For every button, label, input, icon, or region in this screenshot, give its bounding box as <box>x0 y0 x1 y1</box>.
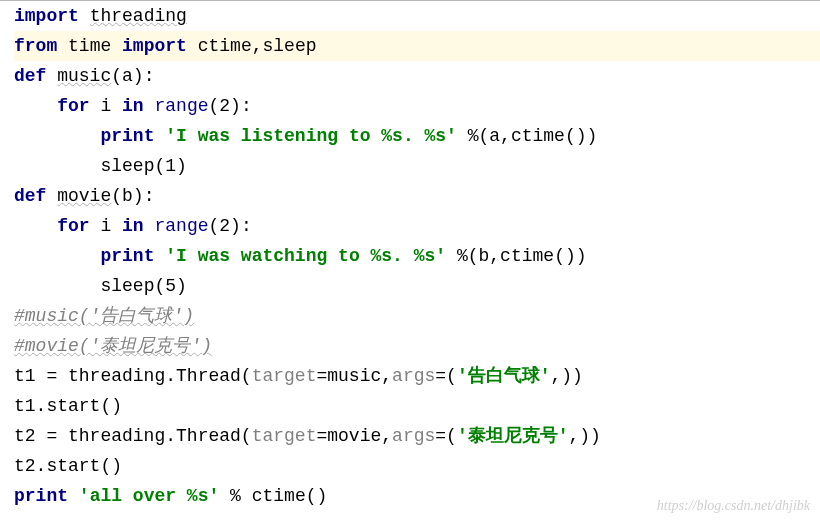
text <box>144 216 155 236</box>
text <box>111 216 122 236</box>
text <box>111 36 122 56</box>
text <box>68 486 79 506</box>
keyword-import: import <box>122 36 187 56</box>
builtin-range: range <box>154 216 208 236</box>
text <box>79 6 90 26</box>
code-line[interactable]: t1.start() <box>14 391 820 421</box>
func-name: movie <box>57 186 111 206</box>
code-line[interactable]: #music('告白气球') <box>14 301 820 331</box>
string-literal: '告白气球' <box>457 366 551 386</box>
text <box>111 96 122 116</box>
keyword-from: from <box>14 36 57 56</box>
text <box>187 36 198 56</box>
keyword-def: def <box>14 186 46 206</box>
text: t1.start() <box>14 396 122 416</box>
indent <box>14 126 100 146</box>
string-literal: '泰坦尼克号' <box>457 426 569 446</box>
format-tail: %(b,ctime()) <box>446 246 586 266</box>
args: (2): <box>209 216 252 236</box>
text <box>144 96 155 116</box>
keyword-print: print <box>14 486 68 506</box>
args: (2): <box>209 96 252 116</box>
params: (b): <box>111 186 154 206</box>
var: i <box>100 216 111 236</box>
code-line[interactable]: def movie(b): <box>14 181 820 211</box>
call: sleep(5) <box>100 276 186 296</box>
format-tail: % ctime() <box>219 486 327 506</box>
import-names: ctime,sleep <box>198 36 317 56</box>
kwarg-target: target <box>252 426 317 446</box>
text: t2 = threading.Thread( <box>14 426 252 446</box>
comment: #music('告白气球') <box>14 306 194 326</box>
code-line[interactable]: for i in range(2): <box>14 211 820 241</box>
indent <box>14 156 100 176</box>
text: =movie, <box>316 426 392 446</box>
keyword-import: import <box>14 6 79 26</box>
code-line[interactable]: sleep(5) <box>14 271 820 301</box>
indent <box>14 276 100 296</box>
text <box>46 66 57 86</box>
keyword-in: in <box>122 96 144 116</box>
keyword-print: print <box>100 126 154 146</box>
code-line[interactable]: #movie('泰坦尼克号') <box>14 331 820 361</box>
watermark: https://blog.csdn.net/dhjibk <box>657 491 810 521</box>
code-line[interactable]: sleep(1) <box>14 151 820 181</box>
string-literal: 'I was watching to %s. %s' <box>165 246 446 266</box>
string-literal: 'all over %s' <box>79 486 219 506</box>
code-line[interactable]: for i in range(2): <box>14 91 820 121</box>
string-literal: 'I was listening to %s. %s' <box>165 126 457 146</box>
text: ,)) <box>551 366 583 386</box>
code-line[interactable]: import threading <box>14 1 820 31</box>
code-line[interactable]: print 'I was listening to %s. %s' %(a,ct… <box>14 121 820 151</box>
keyword-for: for <box>57 216 89 236</box>
builtin-range: range <box>154 96 208 116</box>
text <box>46 186 57 206</box>
indent <box>14 246 100 266</box>
indent <box>14 216 57 236</box>
format-tail: %(a,ctime()) <box>457 126 597 146</box>
keyword-def: def <box>14 66 46 86</box>
text <box>57 36 68 56</box>
keyword-in: in <box>122 216 144 236</box>
text <box>154 246 165 266</box>
text: =music, <box>316 366 392 386</box>
text: =( <box>435 426 457 446</box>
keyword-for: for <box>57 96 89 116</box>
module-name: threading <box>90 6 187 26</box>
call: sleep(1) <box>100 156 186 176</box>
code-line[interactable]: from time import ctime,sleep <box>14 31 820 61</box>
indent <box>14 96 57 116</box>
keyword-print: print <box>100 246 154 266</box>
code-line[interactable]: t2 = threading.Thread(target=movie,args=… <box>14 421 820 451</box>
text: =( <box>435 366 457 386</box>
var: i <box>100 96 111 116</box>
kwarg-args: args <box>392 366 435 386</box>
code-line[interactable]: t1 = threading.Thread(target=music,args=… <box>14 361 820 391</box>
code-line[interactable]: t2.start() <box>14 451 820 481</box>
text <box>90 96 101 116</box>
module-name: time <box>68 36 111 56</box>
text <box>90 216 101 236</box>
code-line[interactable]: def music(a): <box>14 61 820 91</box>
text <box>154 126 165 146</box>
text: ,)) <box>569 426 601 446</box>
text: t2.start() <box>14 456 122 476</box>
code-line[interactable]: print 'I was watching to %s. %s' %(b,cti… <box>14 241 820 271</box>
code-editor[interactable]: import threading from time import ctime,… <box>0 0 820 511</box>
func-name: music <box>57 66 111 86</box>
kwarg-args: args <box>392 426 435 446</box>
kwarg-target: target <box>252 366 317 386</box>
params: (a): <box>111 66 154 86</box>
comment: #movie('泰坦尼克号') <box>14 336 212 356</box>
text: t1 = threading.Thread( <box>14 366 252 386</box>
